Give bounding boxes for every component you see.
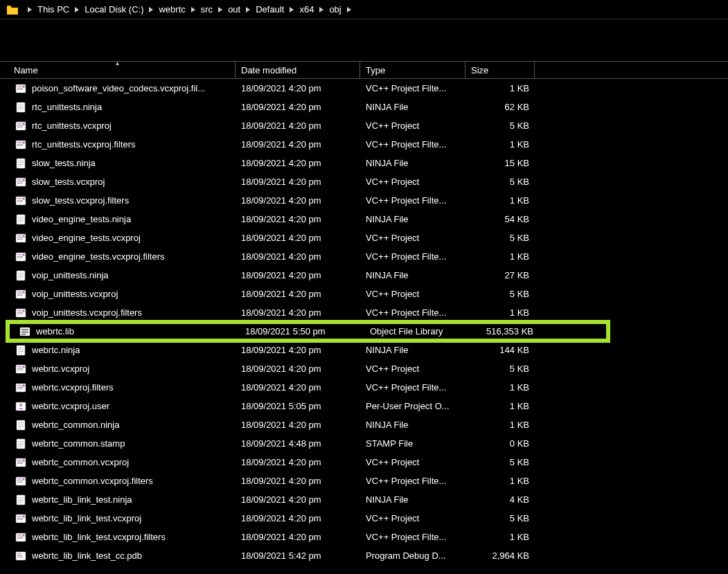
breadcrumb-segment[interactable]: Local Disk (C:): [83, 4, 145, 15]
table-row[interactable]: webrtc_common.vcxproj18/09/2021 4:20 pmV…: [0, 453, 728, 472]
cell-name: voip_unittests.ninja: [0, 270, 236, 281]
file-icon: [15, 83, 26, 94]
svg-rect-93: [18, 441, 24, 442]
table-row[interactable]: voip_unittests.vcxproj.filters18/09/2021…: [0, 303, 728, 322]
file-name: voip_unittests.vcxproj.filters: [32, 307, 142, 318]
file-name: slow_tests.ninja: [32, 158, 96, 168]
table-row[interactable]: slow_tests.vcxproj.filters18/09/2021 4:2…: [0, 191, 728, 210]
table-row[interactable]: webrtc.vcxproj18/09/2021 4:20 pmVC++ Pro…: [0, 359, 728, 378]
svg-rect-7: [18, 106, 24, 107]
column-header-size[interactable]: Size: [465, 62, 535, 78]
table-row[interactable]: webrtc_common.ninja18/09/2021 4:20 pmNIN…: [0, 415, 728, 434]
svg-rect-42: [17, 237, 23, 238]
table-row[interactable]: webrtc.ninja18/09/2021 4:20 pmNINJA File…: [0, 341, 728, 359]
svg-rect-89: [18, 424, 24, 424]
table-row[interactable]: webrtc_lib_link_test.vcxproj18/09/2021 4…: [0, 509, 728, 528]
svg-rect-26: [17, 179, 21, 181]
chevron-right-icon[interactable]: [246, 7, 250, 12]
svg-rect-76: [17, 366, 21, 368]
cell-size: 1 KB: [465, 139, 535, 150]
svg-rect-81: [17, 385, 21, 386]
svg-rect-87: [17, 420, 25, 430]
column-header-name[interactable]: Name ▲: [0, 62, 236, 78]
table-row[interactable]: webrtc_common.stamp18/09/2021 4:48 pmSTA…: [0, 434, 728, 453]
cell-size: 4 KB: [465, 494, 535, 505]
file-name: webrtc.ninja: [32, 345, 80, 355]
table-row[interactable]: voip_unittests.vcxproj18/09/2021 4:20 pm…: [0, 285, 728, 303]
chevron-right-icon[interactable]: [149, 7, 153, 12]
table-row[interactable]: webrtc_common.vcxproj.filters18/09/2021 …: [0, 472, 728, 490]
svg-rect-95: [18, 445, 24, 445]
cell-size: 1 KB: [465, 307, 535, 318]
column-header-type[interactable]: Type: [360, 62, 465, 78]
chevron-right-icon[interactable]: [75, 7, 79, 12]
column-label: Size: [471, 65, 488, 75]
address-bar[interactable]: This PCLocal Disk (C:)webrtcsrcoutDefaul…: [0, 0, 728, 19]
svg-rect-105: [17, 482, 23, 483]
svg-rect-96: [18, 446, 21, 447]
svg-rect-62: [17, 312, 23, 313]
cell-type: VC++ Project: [360, 120, 465, 131]
svg-rect-94: [18, 442, 24, 443]
cell-size: 27 KB: [465, 270, 535, 280]
file-name: webrtc_lib_link_test_cc.pdb: [32, 550, 142, 561]
cell-type: VC++ Project: [360, 289, 465, 299]
table-row[interactable]: voip_unittests.ninja18/09/2021 4:20 pmNI…: [0, 266, 728, 285]
chevron-right-icon[interactable]: [191, 7, 195, 12]
breadcrumb-segment[interactable]: out: [227, 4, 242, 15]
table-row[interactable]: webrtc_lib_link_test.vcxproj.filters18/0…: [0, 528, 728, 546]
cell-name: voip_unittests.vcxproj.filters: [0, 307, 236, 319]
file-icon: [15, 177, 26, 188]
table-row[interactable]: slow_tests.ninja18/09/2021 4:20 pmNINJA …: [0, 154, 728, 172]
breadcrumb-segment[interactable]: src: [199, 4, 214, 15]
breadcrumb-segment[interactable]: This PC: [36, 4, 71, 15]
svg-rect-110: [18, 501, 24, 501]
table-row[interactable]: slow_tests.vcxproj18/09/2021 4:20 pmVC++…: [0, 172, 728, 191]
table-row[interactable]: video_engine_tests.vcxproj18/09/2021 4:2…: [0, 228, 728, 247]
table-row[interactable]: rtc_unittests.vcxproj.filters18/09/2021 …: [0, 135, 728, 154]
svg-rect-67: [21, 330, 28, 331]
svg-rect-74: [18, 352, 21, 353]
breadcrumb-segment[interactable]: obj: [328, 4, 342, 15]
cell-date: 18/09/2021 5:05 pm: [236, 401, 360, 411]
column-header-date[interactable]: Date modified: [236, 62, 360, 78]
table-row[interactable]: rtc_unittests.ninja18/09/2021 4:20 pmNIN…: [0, 98, 728, 116]
svg-rect-69: [21, 334, 26, 334]
svg-rect-51: [18, 273, 24, 273]
file-name: slow_tests.vcxproj.filters: [32, 195, 129, 206]
table-row[interactable]: webrtc_lib_link_test.ninja18/09/2021 4:2…: [0, 490, 728, 509]
cell-date: 18/09/2021 4:20 pm: [236, 382, 360, 393]
chevron-right-icon[interactable]: [28, 7, 32, 12]
svg-rect-24: [18, 165, 21, 166]
chevron-right-icon[interactable]: [290, 7, 294, 12]
svg-rect-17: [17, 144, 23, 145]
breadcrumb-segment[interactable]: Default: [254, 4, 285, 15]
table-row[interactable]: poison_software_video_codecs.vcxproj.fil…: [0, 79, 728, 98]
table-row[interactable]: webrtc.vcxproj.filters18/09/2021 4:20 pm…: [0, 378, 728, 397]
svg-rect-37: [18, 218, 24, 219]
cell-size: 1 KB: [465, 532, 535, 542]
table-row[interactable]: rtc_unittests.vcxproj18/09/2021 4:20 pmV…: [0, 116, 728, 135]
breadcrumb-segment[interactable]: x64: [298, 4, 315, 15]
cell-size: 5 KB: [465, 289, 535, 299]
svg-rect-77: [17, 368, 23, 369]
file-icon: [15, 289, 26, 300]
cell-type: NINJA File: [360, 158, 465, 168]
breadcrumb-segment[interactable]: webrtc: [157, 4, 186, 15]
file-name: webrtc_common.vcxproj: [32, 457, 129, 467]
table-row[interactable]: video_engine_tests.vcxproj.filters18/09/…: [0, 247, 728, 266]
svg-rect-27: [17, 181, 23, 182]
table-row[interactable]: webrtc.vcxproj.user18/09/2021 5:05 pmPer…: [0, 397, 728, 415]
cell-name: webrtc_common.ninja: [0, 420, 236, 431]
svg-rect-46: [17, 254, 21, 255]
svg-rect-53: [18, 276, 24, 277]
table-row[interactable]: video_engine_tests.ninja18/09/2021 4:20 …: [0, 210, 728, 228]
chevron-right-icon[interactable]: [319, 7, 323, 12]
chevron-right-icon[interactable]: [218, 7, 222, 12]
table-row[interactable]: webrtc.lib18/09/2021 5:50 pmObject File …: [6, 322, 610, 341]
table-row[interactable]: webrtc_lib_link_test_cc.pdb18/09/2021 5:…: [0, 546, 728, 565]
chevron-right-icon[interactable]: [347, 7, 351, 12]
file-name: rtc_unittests.ninja: [32, 102, 102, 112]
cell-date: 18/09/2021 4:20 pm: [236, 251, 360, 262]
file-icon: [19, 326, 30, 337]
